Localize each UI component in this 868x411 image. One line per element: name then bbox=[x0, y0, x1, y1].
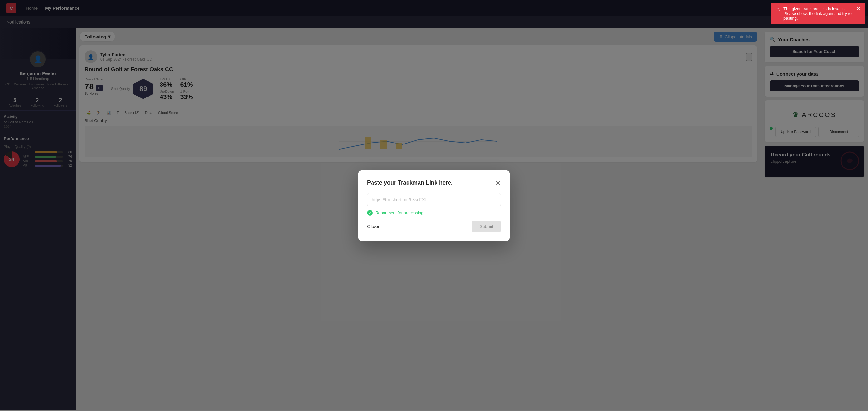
error-toast: ⚠ The given trackman link is invalid. Pl… bbox=[771, 2, 866, 24]
success-message: ✓ Report sent for processing bbox=[367, 210, 501, 216]
toast-message: The given trackman link is invalid. Plea… bbox=[783, 6, 853, 21]
modal-header: Paste your Trackman Link here. ✕ bbox=[367, 179, 501, 187]
warning-icon: ⚠ bbox=[776, 7, 780, 12]
modal-overlay[interactable]: Paste your Trackman Link here. ✕ ✓ Repor… bbox=[0, 0, 868, 411]
toast-close-button[interactable]: ✕ bbox=[856, 6, 861, 11]
success-text: Report sent for processing bbox=[375, 211, 423, 215]
modal-close-x-button[interactable]: ✕ bbox=[496, 179, 501, 187]
modal-footer: Close Submit bbox=[367, 221, 501, 232]
trackman-modal: Paste your Trackman Link here. ✕ ✓ Repor… bbox=[358, 170, 510, 241]
modal-submit-button[interactable]: Submit bbox=[472, 221, 501, 232]
check-icon: ✓ bbox=[367, 210, 373, 216]
modal-title: Paste your Trackman Link here. bbox=[367, 180, 453, 186]
modal-close-button[interactable]: Close bbox=[367, 224, 379, 229]
trackman-link-input[interactable] bbox=[367, 193, 501, 206]
